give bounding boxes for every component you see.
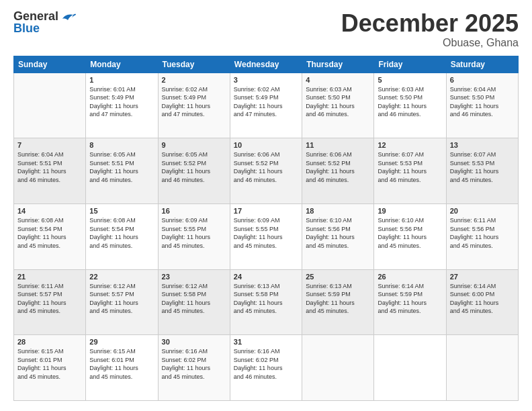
page: General Blue December 2025 Obuase, Ghana…	[0, 0, 532, 411]
day-info: Sunrise: 6:04 AM Sunset: 5:51 PM Dayligh…	[17, 150, 82, 184]
calendar-cell: 12Sunrise: 6:07 AM Sunset: 5:53 PM Dayli…	[374, 138, 446, 204]
calendar-week-4: 21Sunrise: 6:11 AM Sunset: 5:57 PM Dayli…	[14, 269, 519, 335]
column-header-monday: Monday	[86, 56, 158, 73]
day-number: 15	[89, 207, 154, 215]
logo: General Blue	[13, 10, 76, 34]
day-info: Sunrise: 6:14 AM Sunset: 6:00 PM Dayligh…	[450, 282, 515, 316]
calendar-cell: 21Sunrise: 6:11 AM Sunset: 5:57 PM Dayli…	[14, 269, 86, 335]
day-info: Sunrise: 6:10 AM Sunset: 5:56 PM Dayligh…	[378, 216, 442, 250]
calendar-cell: 18Sunrise: 6:10 AM Sunset: 5:56 PM Dayli…	[302, 203, 374, 269]
day-info: Sunrise: 6:07 AM Sunset: 5:53 PM Dayligh…	[450, 150, 515, 184]
day-info: Sunrise: 6:02 AM Sunset: 5:49 PM Dayligh…	[162, 85, 226, 119]
day-number: 23	[162, 273, 226, 281]
column-header-thursday: Thursday	[302, 56, 374, 73]
column-header-saturday: Saturday	[446, 56, 518, 73]
day-info: Sunrise: 6:11 AM Sunset: 5:57 PM Dayligh…	[17, 282, 82, 316]
day-number: 17	[234, 207, 298, 215]
day-number: 6	[450, 76, 515, 84]
header: General Blue December 2025 Obuase, Ghana	[13, 10, 519, 49]
logo-general-text: General	[13, 10, 58, 22]
calendar-cell	[302, 335, 374, 401]
day-number: 9	[162, 141, 226, 149]
title-section: December 2025 Obuase, Ghana	[341, 10, 519, 49]
day-info: Sunrise: 6:04 AM Sunset: 5:50 PM Dayligh…	[450, 85, 515, 119]
day-number: 14	[17, 207, 82, 215]
day-info: Sunrise: 6:16 AM Sunset: 6:02 PM Dayligh…	[162, 347, 226, 381]
column-header-tuesday: Tuesday	[158, 56, 230, 73]
day-info: Sunrise: 6:09 AM Sunset: 5:55 PM Dayligh…	[234, 216, 298, 250]
logo-blue-text: Blue	[13, 22, 58, 34]
calendar-header-row: SundayMondayTuesdayWednesdayThursdayFrid…	[14, 56, 519, 73]
day-number: 10	[234, 141, 298, 149]
day-info: Sunrise: 6:12 AM Sunset: 5:57 PM Dayligh…	[89, 282, 154, 316]
day-info: Sunrise: 6:15 AM Sunset: 6:01 PM Dayligh…	[17, 347, 82, 381]
day-number: 22	[89, 273, 154, 281]
day-info: Sunrise: 6:05 AM Sunset: 5:52 PM Dayligh…	[162, 150, 226, 184]
day-number: 5	[378, 76, 442, 84]
logo-bird-icon	[61, 12, 76, 27]
day-number: 3	[234, 76, 298, 84]
day-info: Sunrise: 6:11 AM Sunset: 5:56 PM Dayligh…	[450, 216, 515, 250]
calendar-cell: 25Sunrise: 6:13 AM Sunset: 5:59 PM Dayli…	[302, 269, 374, 335]
calendar-cell: 24Sunrise: 6:13 AM Sunset: 5:58 PM Dayli…	[230, 269, 302, 335]
day-info: Sunrise: 6:07 AM Sunset: 5:53 PM Dayligh…	[378, 150, 442, 184]
day-info: Sunrise: 6:06 AM Sunset: 5:52 PM Dayligh…	[306, 150, 370, 184]
column-header-wednesday: Wednesday	[230, 56, 302, 73]
calendar-cell: 30Sunrise: 6:16 AM Sunset: 6:02 PM Dayli…	[158, 335, 230, 401]
day-info: Sunrise: 6:03 AM Sunset: 5:50 PM Dayligh…	[306, 85, 370, 119]
calendar-week-1: 1Sunrise: 6:01 AM Sunset: 5:49 PM Daylig…	[14, 73, 519, 138]
calendar-cell: 31Sunrise: 6:16 AM Sunset: 6:02 PM Dayli…	[230, 335, 302, 401]
calendar-cell: 27Sunrise: 6:14 AM Sunset: 6:00 PM Dayli…	[446, 269, 518, 335]
calendar-week-2: 7Sunrise: 6:04 AM Sunset: 5:51 PM Daylig…	[14, 138, 519, 204]
calendar-cell: 7Sunrise: 6:04 AM Sunset: 5:51 PM Daylig…	[14, 138, 86, 204]
day-number: 12	[378, 141, 442, 149]
calendar-cell: 11Sunrise: 6:06 AM Sunset: 5:52 PM Dayli…	[302, 138, 374, 204]
calendar-cell: 8Sunrise: 6:05 AM Sunset: 5:51 PM Daylig…	[86, 138, 158, 204]
day-info: Sunrise: 6:10 AM Sunset: 5:56 PM Dayligh…	[306, 216, 370, 250]
calendar-cell: 9Sunrise: 6:05 AM Sunset: 5:52 PM Daylig…	[158, 138, 230, 204]
calendar-cell: 22Sunrise: 6:12 AM Sunset: 5:57 PM Dayli…	[86, 269, 158, 335]
day-info: Sunrise: 6:02 AM Sunset: 5:49 PM Dayligh…	[234, 85, 298, 119]
day-info: Sunrise: 6:13 AM Sunset: 5:58 PM Dayligh…	[234, 282, 298, 316]
calendar-table: SundayMondayTuesdayWednesdayThursdayFrid…	[13, 56, 519, 401]
day-number: 13	[450, 141, 515, 149]
column-header-friday: Friday	[374, 56, 446, 73]
calendar-cell: 15Sunrise: 6:08 AM Sunset: 5:54 PM Dayli…	[86, 203, 158, 269]
day-info: Sunrise: 6:01 AM Sunset: 5:49 PM Dayligh…	[89, 85, 154, 119]
calendar-cell: 10Sunrise: 6:06 AM Sunset: 5:52 PM Dayli…	[230, 138, 302, 204]
day-number: 19	[378, 207, 442, 215]
calendar-cell: 17Sunrise: 6:09 AM Sunset: 5:55 PM Dayli…	[230, 203, 302, 269]
day-info: Sunrise: 6:15 AM Sunset: 6:01 PM Dayligh…	[89, 347, 154, 381]
calendar-cell	[14, 73, 86, 138]
day-info: Sunrise: 6:08 AM Sunset: 5:54 PM Dayligh…	[89, 216, 154, 250]
day-number: 18	[306, 207, 370, 215]
day-info: Sunrise: 6:06 AM Sunset: 5:52 PM Dayligh…	[234, 150, 298, 184]
calendar-cell: 1Sunrise: 6:01 AM Sunset: 5:49 PM Daylig…	[86, 73, 158, 138]
logo-text-block: General Blue	[13, 10, 58, 34]
day-number: 8	[89, 141, 154, 149]
day-number: 7	[17, 141, 82, 149]
calendar-week-3: 14Sunrise: 6:08 AM Sunset: 5:54 PM Dayli…	[14, 203, 519, 269]
calendar-cell	[446, 335, 518, 401]
calendar-cell: 20Sunrise: 6:11 AM Sunset: 5:56 PM Dayli…	[446, 203, 518, 269]
calendar-cell: 6Sunrise: 6:04 AM Sunset: 5:50 PM Daylig…	[446, 73, 518, 138]
calendar-cell: 3Sunrise: 6:02 AM Sunset: 5:49 PM Daylig…	[230, 73, 302, 138]
day-number: 26	[378, 273, 442, 281]
day-number: 24	[234, 273, 298, 281]
calendar-week-5: 28Sunrise: 6:15 AM Sunset: 6:01 PM Dayli…	[14, 335, 519, 401]
day-number: 28	[17, 338, 82, 346]
calendar-cell: 19Sunrise: 6:10 AM Sunset: 5:56 PM Dayli…	[374, 203, 446, 269]
calendar-cell: 5Sunrise: 6:03 AM Sunset: 5:50 PM Daylig…	[374, 73, 446, 138]
day-number: 2	[162, 76, 226, 84]
day-info: Sunrise: 6:08 AM Sunset: 5:54 PM Dayligh…	[17, 216, 82, 250]
location-subtitle: Obuase, Ghana	[341, 37, 519, 49]
day-number: 29	[89, 338, 154, 346]
day-info: Sunrise: 6:09 AM Sunset: 5:55 PM Dayligh…	[162, 216, 226, 250]
day-number: 11	[306, 141, 370, 149]
day-number: 20	[450, 207, 515, 215]
day-info: Sunrise: 6:03 AM Sunset: 5:50 PM Dayligh…	[378, 85, 442, 119]
day-number: 21	[17, 273, 82, 281]
page-title: December 2025	[341, 10, 519, 37]
calendar-cell: 4Sunrise: 6:03 AM Sunset: 5:50 PM Daylig…	[302, 73, 374, 138]
day-number: 27	[450, 273, 515, 281]
